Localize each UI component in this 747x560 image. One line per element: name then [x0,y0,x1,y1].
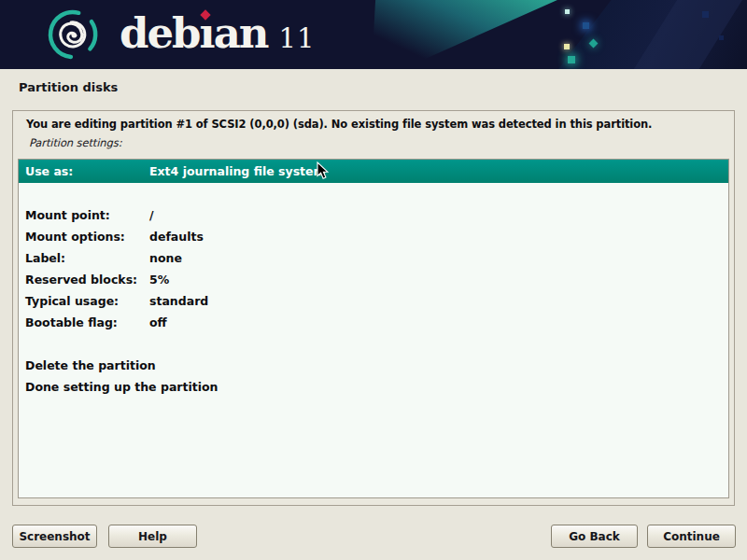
header-decoration-square [568,56,575,63]
row-label: Mount options: [25,230,149,244]
header-banner: debıan 11 [0,0,747,69]
row-value: none [149,251,728,265]
list-row[interactable]: Delete the partition [19,355,728,376]
screenshot-button[interactable]: Screenshot [12,525,97,548]
row-label: Label: [25,251,149,265]
go-back-button[interactable]: Go Back [551,525,638,548]
header-decoration-square [719,35,724,40]
row-value: off [149,315,728,329]
row-value: defaults [149,230,728,244]
brand-text: debıan [120,6,268,62]
header-decoration-teal-triangle [372,0,563,69]
list-row [19,183,728,204]
header-decoration-square [583,22,589,29]
list-row[interactable]: Label: none [19,247,728,269]
list-row[interactable]: Reserved blocks: 5% [19,269,728,290]
row-value: 5% [149,273,728,287]
row-label: Done setting up the partition [25,380,149,394]
list-row[interactable]: Bootable flag: off [19,312,728,333]
installer-window: debıan 11 Partition disks You are editin… [0,0,747,560]
row-value: Ext4 journaling file system [149,164,728,178]
settings-list: Use as: Ext4 journaling file system Moun… [18,159,729,498]
list-row [19,333,728,355]
version-text: 11 [279,22,316,54]
header-decoration-square [564,44,570,49]
list-row[interactable]: Mount options: defaults [19,226,728,247]
help-button[interactable]: Help [108,525,197,548]
row-value: standard [149,294,728,308]
list-row[interactable]: Typical usage: standard [19,290,728,312]
continue-button[interactable]: Continue [647,525,736,548]
row-label: Mount point: [25,208,149,222]
row-label: Use as: [25,164,149,178]
row-label: Delete the partition [25,358,149,372]
page-title: Partition disks [19,80,118,94]
question-info-text: You are editing partition #1 of SCSI2 (0… [26,118,652,131]
brand-logotype: debıan 11 [120,6,315,62]
debian-swirl-icon [43,4,103,65]
row-label: Typical usage: [25,294,149,308]
row-label: Reserved blocks: [25,273,149,287]
header-decoration-square [702,11,709,18]
list-row[interactable]: Done setting up the partition [19,376,728,398]
list-row[interactable]: Mount point: / [19,204,728,226]
question-subtitle: Partition settings: [29,136,121,149]
row-label: Bootable flag: [25,315,149,329]
row-value: / [149,208,728,222]
list-row[interactable]: Use as: Ext4 journaling file system [19,160,728,183]
header-decoration-square [565,9,570,14]
